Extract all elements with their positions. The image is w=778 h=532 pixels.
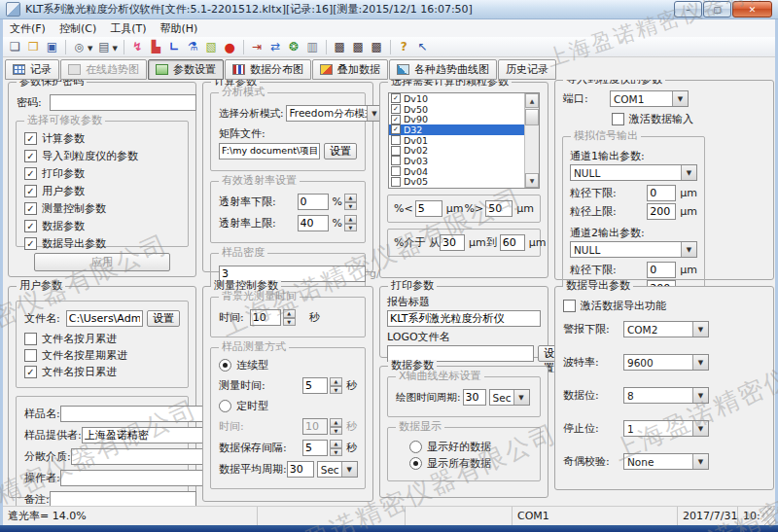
sample-name-input[interactable]: [60, 406, 207, 422]
radio-continuous[interactable]: [219, 359, 231, 372]
chevron-down-icon[interactable]: ▼: [513, 390, 529, 405]
bg-time-spinner[interactable]: ▲▼: [283, 309, 296, 326]
chevron-down-icon[interactable]: ▼: [692, 355, 708, 370]
particle-param-list[interactable]: Dv10 Dv50 Dv90 D32 Dv01 Dv02 Dv03 Dv04 D…: [388, 92, 540, 189]
tab-record[interactable]: 记录: [5, 59, 59, 80]
print-preview-icon[interactable]: ◎: [71, 39, 88, 55]
checkbox-calc-params[interactable]: [24, 132, 37, 145]
percent-lt-input[interactable]: [415, 200, 442, 217]
item-checkbox[interactable]: [391, 104, 401, 114]
measure-time-input[interactable]: [302, 377, 328, 394]
timed-time-spinner[interactable]: ▲▼: [330, 418, 342, 435]
chevron-down-icon[interactable]: ▼: [692, 322, 708, 337]
menu-control[interactable]: 控制(C): [53, 19, 103, 38]
tab-trend-curves[interactable]: 各种趋势曲线图: [389, 59, 497, 80]
ch2-lower-input[interactable]: [647, 262, 676, 278]
item-checkbox[interactable]: [391, 177, 401, 187]
item-checkbox[interactable]: [391, 93, 401, 103]
plot-period-unit-select[interactable]: Sec ▼: [489, 389, 530, 406]
menu-file[interactable]: 文件(F): [3, 19, 53, 38]
bg-time-input[interactable]: [250, 309, 281, 326]
password-input[interactable]: [50, 94, 196, 111]
trans-upper-spinner[interactable]: ▲▼: [344, 215, 357, 231]
open-file-icon[interactable]: ❒: [25, 39, 42, 55]
help-icon[interactable]: ?: [396, 39, 412, 55]
scroll-down-icon[interactable]: ▼: [525, 173, 539, 188]
item-checkbox[interactable]: [391, 146, 401, 156]
chevron-down-icon[interactable]: ▼: [681, 165, 696, 180]
probe-icon[interactable]: ↯: [129, 39, 146, 55]
between-from-input[interactable]: [440, 234, 465, 251]
checkbox-activate-export[interactable]: [563, 300, 576, 312]
trans-lower-spinner[interactable]: ▲▼: [344, 194, 357, 210]
print-caret-icon[interactable]: ▼: [112, 45, 117, 53]
new-document-icon[interactable]: ❏: [7, 39, 23, 55]
dispersant-input[interactable]: [71, 448, 218, 465]
minimize-button[interactable]: –: [674, 1, 702, 18]
close-button[interactable]: ✕: [732, 1, 772, 18]
print-icon[interactable]: ▤: [95, 39, 112, 55]
snapshot2-icon[interactable]: ▩: [350, 39, 367, 55]
radio-show-all-data[interactable]: [409, 457, 422, 470]
spectrum-icon[interactable]: ▧: [203, 39, 220, 55]
percent-gt-input[interactable]: [485, 200, 513, 217]
filename-input[interactable]: [66, 310, 143, 327]
histogram-icon[interactable]: ▙: [148, 39, 164, 55]
list-item[interactable]: Dv02: [389, 145, 539, 156]
average-period-unit-select[interactable]: Sec ▼: [317, 461, 358, 478]
scroll-thumb[interactable]: [525, 109, 539, 125]
apply-button[interactable]: 应用: [34, 253, 170, 271]
checkbox-export-params[interactable]: [24, 237, 37, 250]
print-preview-caret-icon[interactable]: ▼: [88, 45, 92, 53]
list-item[interactable]: Dv50: [389, 104, 539, 115]
transfer-icon[interactable]: ⇄: [267, 39, 284, 55]
flask-icon[interactable]: ⚗: [185, 39, 201, 55]
context-help-icon[interactable]: ↖: [414, 39, 431, 55]
item-checkbox[interactable]: [391, 156, 401, 165]
item-checkbox[interactable]: [391, 135, 401, 145]
maximize-button[interactable]: ▢: [703, 1, 731, 18]
list-item[interactable]: Dv90: [389, 114, 539, 124]
matrix-file-input[interactable]: [219, 143, 320, 160]
tab-online-trend[interactable]: 在线趋势图: [60, 59, 147, 80]
measure-time-spinner[interactable]: ▲▼: [330, 377, 342, 394]
ch1-lower-input[interactable]: [647, 185, 676, 201]
refresh-icon[interactable]: ❂: [286, 39, 302, 55]
trans-upper-input[interactable]: [298, 215, 329, 231]
between-to-input[interactable]: [500, 234, 525, 251]
chevron-down-icon[interactable]: ▼: [692, 388, 708, 403]
list-item[interactable]: Dv04: [389, 166, 539, 177]
item-checkbox[interactable]: [391, 166, 401, 176]
checkbox-activate-data-input[interactable]: [612, 113, 624, 125]
trans-lower-input[interactable]: [298, 194, 329, 210]
port-select[interactable]: COM1 ▼: [610, 90, 689, 107]
radio-show-good-data[interactable]: [409, 441, 422, 453]
list-scrollbar[interactable]: ▲ ▼: [524, 93, 539, 188]
checkbox-filename-monthly[interactable]: [24, 333, 37, 345]
matrix-set-button[interactable]: 设置: [324, 143, 357, 160]
item-checkbox[interactable]: [391, 124, 401, 134]
checkbox-filename-daily[interactable]: [24, 366, 37, 378]
alarm-port-select[interactable]: COM2 ▼: [623, 321, 709, 337]
stop-icon[interactable]: ●: [222, 39, 238, 55]
list-item[interactable]: Dv01: [389, 135, 539, 146]
channel1-select[interactable]: NULL ▼: [570, 164, 697, 181]
analysis-mode-select[interactable]: Freedom分布模式 ▼: [286, 105, 383, 122]
operator-input[interactable]: [60, 470, 207, 486]
axes-icon[interactable]: ∟: [166, 39, 183, 55]
stopbits-select[interactable]: 1 ▼: [623, 420, 709, 437]
save-interval-spinner[interactable]: ▲▼: [330, 440, 342, 456]
list-item[interactable]: Dv05: [389, 177, 539, 188]
save-interval-input[interactable]: [302, 440, 328, 456]
timed-time-input[interactable]: [302, 418, 328, 435]
scroll-up-icon[interactable]: ▲: [525, 93, 539, 108]
chevron-down-icon[interactable]: ▼: [692, 454, 708, 469]
snapshot1-icon[interactable]: ▩: [332, 39, 348, 55]
checkbox-import-params[interactable]: [24, 150, 37, 162]
tab-parameter-settings[interactable]: 参数设置: [148, 59, 224, 80]
parity-select[interactable]: None ▼: [623, 453, 709, 470]
chevron-down-icon[interactable]: ▼: [692, 421, 708, 436]
list-item[interactable]: Dv10: [389, 93, 539, 104]
chevron-down-icon[interactable]: ▼: [681, 242, 696, 257]
report-title-input[interactable]: [387, 310, 541, 327]
